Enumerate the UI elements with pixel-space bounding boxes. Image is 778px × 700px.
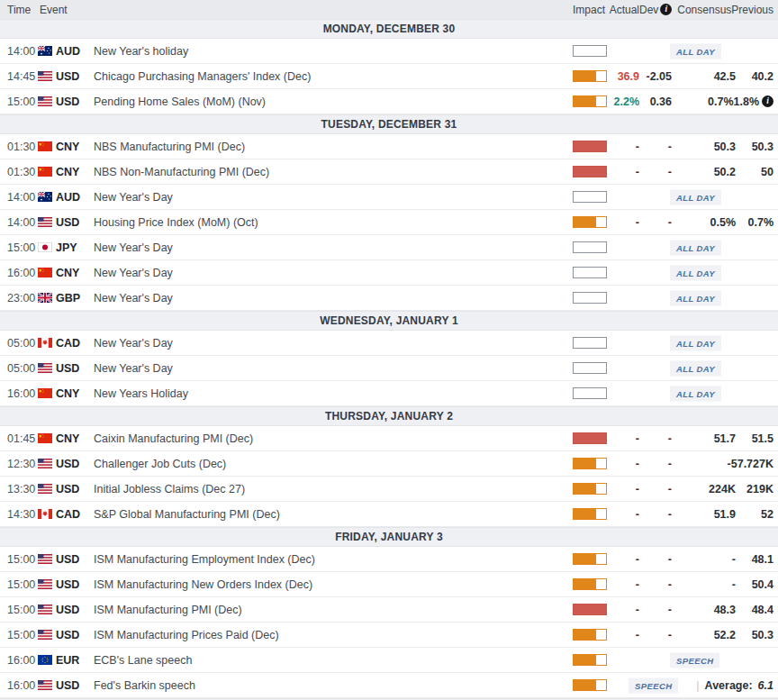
consensus-value: 48.3 [672, 604, 736, 616]
event-row[interactable]: 16:00 CNY New Years Holiday ALL DAY [0, 381, 778, 406]
event-row[interactable]: 05:00 CAD New Year's Day ALL DAY [0, 331, 778, 356]
impact-holiday-indicator [573, 337, 607, 349]
currency-code: JPY [56, 241, 85, 254]
event-title: New Years Holiday [94, 387, 562, 400]
event-row[interactable]: 13:30 USD Initial Jobless Claims (Dec 27… [0, 477, 778, 502]
event-row[interactable]: 16:00 EUR ECB's Lane speech SPEECH [0, 648, 778, 673]
event-badge: ALL DAY [670, 240, 721, 255]
previous-value: 50.3 [736, 629, 778, 641]
event-row[interactable]: 01:30 CNY NBS Non-Manufacturing PMI (Dec… [0, 159, 778, 185]
event-title: New Year's Day [94, 267, 562, 279]
actual-value: - [607, 166, 639, 178]
flag-ca-icon [38, 338, 52, 348]
flag-cn-icon [38, 141, 52, 151]
flag-us-icon [38, 363, 52, 373]
actual-value: - [607, 508, 639, 521]
event-time: 01:45 [7, 432, 38, 445]
event-row[interactable]: 14:00 AUD New Year's holiday ALL DAY [0, 39, 778, 64]
column-header-event: Event [40, 4, 562, 16]
currency-code: GBP [56, 292, 85, 305]
currency-code: USD [56, 629, 85, 641]
event-time: 16:00 [7, 387, 38, 400]
previous-text: 50 [761, 166, 773, 178]
event-row[interactable]: 14:45 USD Chicago Purchasing Managers' I… [0, 64, 778, 89]
event-row[interactable]: 14:30 CAD S&P Global Manufacturing PMI (… [0, 502, 778, 527]
deviation-value: - [639, 578, 672, 591]
deviation-value: - [639, 604, 672, 616]
previous-value: 1.8% [734, 95, 778, 108]
impact-holiday-indicator [573, 387, 607, 399]
event-row[interactable]: 16:00 USD Fed's Barkin speech SPEECH | A… [0, 673, 778, 698]
event-time: 16:00 [7, 679, 38, 692]
currency-code: USD [56, 679, 85, 692]
event-values: ALL DAY [562, 286, 778, 310]
previous-info-icon[interactable] [762, 95, 773, 107]
impact-holiday-indicator [573, 362, 607, 374]
previous-text: 48.4 [752, 604, 773, 616]
event-values: - - 224K 219K [562, 477, 778, 501]
event-time: 14:00 [7, 191, 38, 204]
event-time: 15:00 [7, 553, 38, 566]
event-time: 15:00 [7, 241, 38, 254]
currency-code: CNY [56, 387, 85, 400]
event-badge: SPEECH [670, 652, 719, 668]
impact-holiday-indicator [573, 292, 607, 304]
consensus-value: 42.5 [672, 70, 736, 83]
impact-medium-indicator [573, 578, 607, 590]
event-row[interactable]: 15:00 USD ISM Manufacturing Employment I… [0, 547, 778, 572]
event-time: 05:00 [7, 337, 38, 350]
actual-value: 36.9 [607, 70, 639, 83]
event-row[interactable]: 01:30 CNY NBS Manufacturing PMI (Dec) - … [0, 134, 778, 159]
event-row[interactable]: 15:00 JPY New Year's Day ALL DAY [0, 235, 778, 260]
event-time: 01:30 [7, 141, 38, 153]
event-time: 01:30 [7, 166, 38, 178]
consensus-value: 51.7 [672, 432, 736, 445]
impact-holiday-indicator [573, 191, 607, 203]
event-title: New Year's Day [94, 362, 562, 375]
flag-ca-icon [38, 509, 52, 519]
dev-info-icon[interactable] [660, 4, 672, 15]
event-row[interactable]: 15:00 USD ISM Manufacturing New Orders I… [0, 572, 778, 597]
actual-value: - [607, 553, 639, 566]
flag-us-icon [38, 96, 52, 106]
currency-code: USD [56, 95, 85, 108]
event-values: - - 0.5% 0.7% [562, 210, 778, 234]
flag-us-icon [38, 217, 52, 227]
impact-high-indicator [573, 166, 607, 177]
event-row[interactable]: 23:00 GBP New Year's Day ALL DAY [0, 286, 778, 311]
actual-value: - [607, 432, 639, 445]
event-title: Initial Jobless Claims (Dec 27) [94, 483, 562, 495]
event-row[interactable]: 01:45 CNY Caixin Manufacturing PMI (Dec)… [0, 426, 778, 451]
event-title: NBS Manufacturing PMI (Dec) [94, 141, 562, 153]
event-title: New Year's Day [94, 292, 562, 305]
event-badge: ALL DAY [670, 290, 721, 305]
currency-code: USD [56, 553, 85, 566]
column-header-previous: Previous [731, 4, 778, 16]
impact-holiday-indicator [573, 241, 607, 253]
flag-gb-icon [38, 293, 52, 303]
actual-value: - [607, 629, 639, 641]
impact-holiday-indicator [573, 45, 607, 57]
event-row[interactable]: 12:30 USD Challenger Job Cuts (Dec) - - … [0, 451, 778, 477]
deviation-value: - [639, 553, 672, 566]
event-badge: ALL DAY [670, 43, 721, 59]
event-title: Pending Home Sales (MoM) (Nov) [94, 95, 562, 108]
event-row[interactable]: 15:00 USD Pending Home Sales (MoM) (Nov)… [0, 89, 778, 114]
event-row[interactable]: 14:00 USD Housing Price Index (MoM) (Oct… [0, 210, 778, 235]
calendar-body: MONDAY, DECEMBER 30 14:00 AUD New Year's… [0, 19, 778, 698]
impact-medium-indicator [573, 654, 607, 666]
event-title: New Year's Day [94, 191, 562, 204]
currency-code: CNY [56, 432, 85, 445]
previous-text: 48.1 [752, 553, 773, 566]
event-row[interactable]: 14:00 AUD New Year's Day ALL DAY [0, 185, 778, 210]
event-row[interactable]: 15:00 USD ISM Manufacturing Prices Paid … [0, 623, 778, 648]
impact-medium-indicator [573, 483, 607, 495]
day-separator: MONDAY, DECEMBER 30 [0, 19, 778, 39]
previous-value: 50 [736, 166, 778, 178]
column-header-dev: Dev [639, 4, 672, 16]
event-row[interactable]: 16:00 CNY New Year's Day ALL DAY [0, 260, 778, 286]
event-row[interactable]: 05:00 USD New Year's Day ALL DAY [0, 356, 778, 381]
event-row[interactable]: 15:00 USD ISM Manufacturing PMI (Dec) - … [0, 597, 778, 623]
currency-code: CAD [56, 508, 85, 521]
impact-medium-indicator [573, 95, 607, 107]
